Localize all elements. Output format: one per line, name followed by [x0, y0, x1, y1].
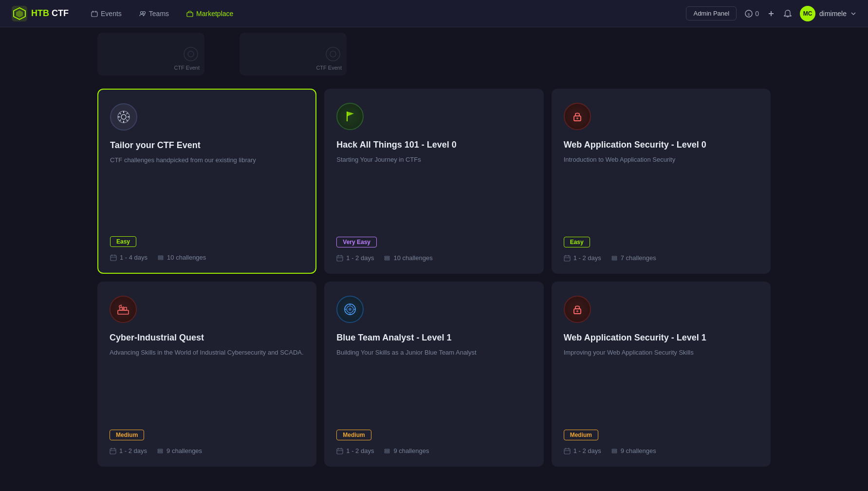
card-cyber-industrial-title: Cyber-Industrial Quest [110, 333, 304, 343]
card-cyber-industrial-meta: 1 - 2 days 9 challenges [110, 447, 304, 454]
nav-marketplace[interactable]: Marketplace [180, 7, 240, 20]
card-web-app-0-desc: Introduction to Web Application Security [564, 155, 758, 225]
svg-point-13 [184, 47, 198, 61]
avatar: MC [800, 6, 815, 21]
card-tailor[interactable]: Tailor your CTF Event CTF challenges han… [97, 89, 316, 274]
svg-rect-55 [110, 449, 116, 454]
card-icon-flag [336, 103, 364, 130]
svg-point-43 [576, 117, 578, 119]
coin-button[interactable]: $ 0 [744, 9, 759, 18]
svg-rect-84 [612, 449, 617, 450]
svg-line-26 [120, 120, 121, 121]
card-blue-team-badge: Medium [336, 430, 371, 440]
scroll-preview-bar: CTF Event CTF Event [0, 27, 868, 81]
svg-line-24 [127, 120, 128, 121]
card-cyber-industrial-challenges: 9 challenges [157, 447, 202, 454]
card-blue-team[interactable]: Blue Team Analyst - Level 1 Building You… [324, 282, 543, 467]
card-web-app-1-footer: Medium 1 - 2 days 9 challenges [564, 430, 758, 454]
logo-text: HTB CTF [31, 8, 69, 19]
svg-rect-75 [385, 449, 389, 450]
calendar-icon-3 [564, 255, 571, 262]
svg-rect-41 [385, 256, 389, 257]
card-cyber-industrial-badge: Medium [110, 430, 144, 440]
card-hack-all-things[interactable]: Hack All Things 101 - Level 0 Starting Y… [324, 89, 543, 274]
card-web-app-1-duration: 1 - 2 days [564, 447, 601, 454]
svg-rect-83 [612, 451, 617, 452]
card-web-app-1-meta: 1 - 2 days 9 challenges [564, 447, 758, 454]
lock-icon-2 [571, 302, 584, 316]
svg-rect-59 [158, 452, 163, 453]
logo[interactable]: HTB CTF [12, 6, 69, 21]
card-icon-gear [110, 103, 137, 131]
svg-rect-74 [385, 451, 389, 452]
card-blue-team-challenges: 9 challenges [384, 447, 429, 454]
card-hack-all-things-duration: 1 - 2 days [336, 254, 374, 262]
add-button[interactable] [767, 9, 776, 18]
card-web-app-1-challenges: 9 challenges [611, 447, 656, 454]
username: dimimele [819, 10, 847, 18]
admin-panel-button[interactable]: Admin Panel [686, 6, 737, 20]
svg-rect-49 [612, 258, 617, 259]
stack-icon [157, 254, 164, 261]
industry-icon [116, 302, 130, 316]
svg-rect-69 [337, 449, 343, 454]
teams-icon [139, 10, 146, 17]
svg-line-23 [120, 113, 121, 114]
stack-icon-2 [384, 255, 390, 262]
card-web-app-0[interactable]: Web Application Security - Level 0 Intro… [552, 89, 771, 274]
card-web-app-1[interactable]: Web Application Security - Level 1 Impro… [552, 282, 771, 467]
events-icon [91, 10, 98, 17]
svg-point-64 [349, 308, 351, 311]
svg-rect-48 [612, 259, 617, 260]
card-icon-industry [110, 296, 137, 323]
svg-rect-40 [385, 258, 389, 259]
preview-gear-icon [182, 45, 200, 63]
gear-icon [116, 109, 131, 125]
preview-card-1[interactable]: CTF Event [97, 33, 204, 76]
svg-rect-53 [124, 307, 127, 310]
card-icon-blue-team [336, 296, 364, 323]
card-hack-all-things-title: Hack All Things 101 - Level 0 [336, 140, 531, 150]
card-web-app-0-challenges: 7 challenges [611, 254, 656, 262]
calendar-icon-6 [564, 448, 571, 454]
svg-rect-61 [158, 449, 163, 450]
blue-team-icon [343, 302, 357, 316]
svg-rect-27 [111, 255, 116, 261]
card-hack-all-things-footer: Very Easy 1 - 2 days 10 challenges [336, 237, 531, 262]
svg-line-25 [127, 113, 128, 114]
bell-icon [783, 9, 792, 18]
flag-icon [343, 110, 357, 123]
card-cyber-industrial-duration: 1 - 2 days [110, 447, 147, 454]
svg-rect-50 [612, 256, 617, 257]
preview-card-2[interactable]: CTF Event [240, 33, 347, 76]
svg-rect-82 [612, 452, 617, 453]
card-cyber-industrial[interactable]: Cyber-Industrial Quest Advancing Skills … [97, 282, 316, 467]
stack-icon-3 [611, 255, 618, 262]
card-web-app-0-badge: Easy [564, 237, 590, 247]
card-hack-all-things-challenges: 10 challenges [384, 254, 432, 262]
card-hack-all-things-meta: 1 - 2 days 10 challenges [336, 254, 531, 262]
nav-teams[interactable]: Teams [132, 7, 176, 20]
card-blue-team-footer: Medium 1 - 2 days 9 challenges [336, 430, 531, 454]
card-blue-team-meta: 1 - 2 days 9 challenges [336, 447, 531, 454]
card-web-app-0-duration: 1 - 2 days [564, 254, 601, 262]
svg-rect-3 [92, 12, 97, 17]
card-grid: Tailor your CTF Event CTF challenges han… [0, 81, 868, 474]
preview-gear-icon-2 [324, 45, 342, 63]
svg-rect-51 [118, 310, 129, 314]
nav-links: Events Teams Marketplace [84, 7, 686, 20]
svg-point-15 [326, 47, 340, 61]
notifications-button[interactable] [783, 9, 792, 18]
calendar-icon-2 [336, 255, 343, 262]
card-tailor-challenges: 10 challenges [157, 254, 206, 261]
svg-rect-32 [158, 257, 163, 258]
nav-events[interactable]: Events [84, 7, 129, 20]
calendar-icon [110, 254, 117, 261]
card-icon-lock [564, 103, 591, 130]
card-cyber-industrial-desc: Advancing Skills in the World of Industr… [110, 348, 304, 418]
svg-rect-60 [158, 451, 163, 452]
svg-text:$: $ [748, 12, 750, 17]
svg-rect-73 [385, 452, 389, 453]
svg-rect-35 [337, 256, 343, 261]
user-menu[interactable]: MC dimimele [800, 6, 856, 21]
